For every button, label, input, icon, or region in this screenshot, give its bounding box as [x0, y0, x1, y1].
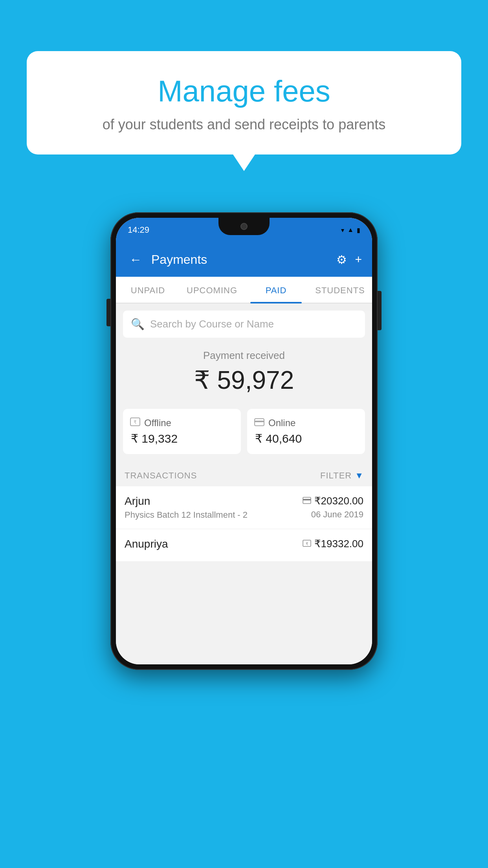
transaction-name: Arjun — [125, 495, 303, 508]
transaction-amount-row: ₹20320.00 — [303, 495, 363, 507]
offline-payment-card: ₹ Offline ₹ 19,332 — [123, 409, 241, 454]
app-bar-actions: ⚙ + — [336, 253, 362, 267]
offline-card-header: ₹ Offline — [130, 417, 234, 428]
search-placeholder: Search by Course or Name — [150, 318, 274, 330]
bubble-title: Manage fees — [46, 75, 442, 108]
tab-students[interactable]: STUDENTS — [308, 277, 372, 303]
tabs-bar: UNPAID UPCOMING PAID STUDENTS — [116, 277, 372, 303]
transaction-amount: ₹20320.00 — [314, 495, 363, 507]
content-area: 🔍 Search by Course or Name Payment recei… — [116, 311, 372, 664]
filter-button[interactable]: FILTER ▼ — [320, 471, 363, 481]
svg-text:₹: ₹ — [134, 419, 137, 425]
transaction-amount-row: ₹ ₹19332.00 — [303, 538, 363, 550]
online-payment-card: Online ₹ 40,640 — [247, 409, 365, 454]
transaction-right: ₹ ₹19332.00 — [303, 538, 363, 550]
transactions-label: TRANSACTIONS — [125, 471, 197, 481]
settings-button[interactable]: ⚙ — [336, 253, 347, 267]
filter-label: FILTER — [320, 471, 352, 481]
tab-upcoming[interactable]: UPCOMING — [180, 277, 244, 303]
transaction-detail: Physics Batch 12 Installment - 2 — [125, 510, 303, 520]
back-button[interactable]: ← — [126, 249, 145, 270]
online-amount: ₹ 40,640 — [254, 432, 358, 445]
tab-unpaid[interactable]: UNPAID — [116, 277, 180, 303]
online-card-header: Online — [254, 417, 358, 428]
status-bar: 14:29 ▾ ▲ ▮ — [116, 218, 372, 242]
online-icon — [254, 417, 264, 428]
svg-rect-3 — [255, 421, 264, 422]
phone-device: 14:29 ▾ ▲ ▮ ← Payments ⚙ + — [110, 212, 378, 670]
payment-received-section: Payment received ₹ 59,972 — [116, 338, 372, 403]
payment-received-label: Payment received — [116, 349, 372, 362]
phone-screen: 14:29 ▾ ▲ ▮ ← Payments ⚙ + — [116, 218, 372, 664]
phone-outer: 14:29 ▾ ▲ ▮ ← Payments ⚙ + — [110, 212, 378, 670]
payment-type-icon — [303, 496, 311, 506]
transactions-header: TRANSACTIONS FILTER ▼ — [116, 463, 372, 486]
svg-text:₹: ₹ — [306, 542, 308, 546]
transaction-left: Anupriya — [125, 538, 303, 553]
search-icon: 🔍 — [131, 318, 145, 331]
payment-received-amount: ₹ 59,972 — [116, 366, 372, 395]
transaction-row: Anupriya ₹ ₹19332.00 — [116, 529, 372, 562]
notch — [218, 218, 270, 235]
transaction-row: Arjun Physics Batch 12 Installment - 2 — [116, 486, 372, 529]
search-bar[interactable]: 🔍 Search by Course or Name — [123, 311, 365, 338]
transaction-amount: ₹19332.00 — [314, 538, 363, 550]
bubble-subtitle: of your students and send receipts to pa… — [46, 116, 442, 133]
tab-paid[interactable]: PAID — [244, 277, 308, 303]
offline-label: Offline — [144, 417, 171, 428]
app-bar: ← Payments ⚙ + — [116, 242, 372, 277]
add-button[interactable]: + — [355, 253, 362, 266]
speech-bubble: Manage fees of your students and send re… — [27, 51, 461, 154]
status-icons: ▾ ▲ ▮ — [341, 226, 360, 234]
payment-cards: ₹ Offline ₹ 19,332 — [123, 409, 365, 454]
payment-type-icon: ₹ — [303, 539, 311, 549]
transaction-date: 06 June 2019 — [311, 509, 363, 520]
offline-icon: ₹ — [130, 417, 140, 428]
camera — [240, 223, 248, 230]
transaction-name: Anupriya — [125, 538, 303, 550]
signal-icon: ▲ — [347, 226, 354, 234]
offline-amount: ₹ 19,332 — [130, 432, 234, 445]
online-label: Online — [268, 417, 295, 428]
transaction-right: ₹20320.00 06 June 2019 — [303, 495, 363, 520]
app-bar-title: Payments — [151, 252, 330, 267]
filter-icon: ▼ — [355, 471, 363, 481]
battery-icon: ▮ — [357, 226, 360, 234]
status-time: 14:29 — [128, 225, 149, 235]
transaction-left: Arjun Physics Batch 12 Installment - 2 — [125, 495, 303, 520]
wifi-icon: ▾ — [341, 226, 344, 234]
svg-rect-5 — [303, 499, 311, 500]
